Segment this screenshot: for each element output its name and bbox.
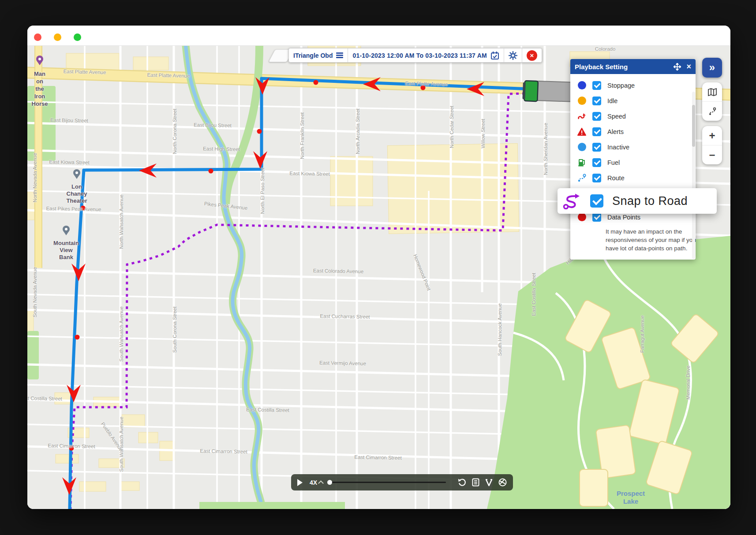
alert-triangle-icon	[576, 128, 587, 136]
top-toolbar: ITriangle Obd 01-10-2023 12:00 AM To 03-…	[288, 48, 542, 63]
gear-icon[interactable]	[509, 51, 517, 60]
route-icon	[708, 107, 717, 116]
minus-icon: −	[709, 149, 715, 161]
document-icon	[472, 478, 479, 487]
close-playback-button[interactable]: ×	[522, 48, 542, 62]
route-data-point[interactable]	[421, 85, 426, 90]
row-idle: Idle	[570, 93, 696, 108]
v-marker-icon	[485, 479, 493, 487]
data-points-checkbox[interactable]	[592, 213, 601, 222]
panel-close-icon[interactable]: ×	[686, 62, 691, 71]
trip-summary-button[interactable]	[472, 478, 479, 487]
inactive-label: Inactive	[607, 144, 629, 151]
row-route: Route	[570, 170, 696, 186]
close-window-button[interactable]	[34, 33, 41, 41]
replay-button[interactable]	[458, 478, 466, 487]
route-data-point[interactable]	[257, 129, 262, 134]
playback-setting-panel: Playback Setting × Stoppage Idle	[570, 59, 696, 260]
maximize-window-button[interactable]	[74, 33, 81, 41]
follow-vehicle-button[interactable]	[485, 479, 493, 487]
speed-value: 4X	[310, 479, 317, 486]
route-data-point[interactable]	[209, 169, 213, 174]
data-points-circle-icon	[576, 213, 587, 221]
route-data-point[interactable]	[81, 206, 86, 211]
snap-to-road-callout: Snap to Road	[558, 188, 717, 214]
row-stoppage: Stoppage	[570, 78, 696, 93]
slider-knob[interactable]	[327, 480, 332, 485]
idle-checkbox[interactable]	[592, 97, 601, 105]
device-name: ITriangle Obd	[293, 52, 333, 59]
speed-curve-icon	[576, 112, 587, 120]
playback-slider[interactable]	[327, 474, 446, 490]
inactive-checkbox[interactable]	[592, 143, 601, 152]
alerts-label: Alerts	[607, 128, 624, 135]
vehicle-truck-icon[interactable]	[522, 81, 572, 103]
panel-body: Stoppage Idle Speed	[570, 74, 696, 260]
route-data-point[interactable]	[75, 335, 80, 340]
stoppage-label: Stoppage	[607, 82, 635, 89]
fuel-pump-icon	[576, 158, 587, 167]
route-data-point[interactable]	[69, 446, 74, 451]
date-range-text: 01-10-2023 12:00 AM To 03-10-2023 11:37 …	[352, 52, 487, 59]
inactive-circle-icon	[576, 143, 587, 151]
route-path-icon	[576, 174, 587, 182]
desktop: { "toolbar": { "device_name": "ITriangle…	[0, 0, 756, 535]
minimize-window-button[interactable]	[54, 33, 61, 41]
replay-icon	[458, 478, 466, 487]
settings-button[interactable]	[504, 48, 522, 62]
slider-track[interactable]	[331, 482, 446, 483]
plus-icon: +	[709, 130, 715, 142]
double-chevron-right-icon: »	[709, 61, 715, 73]
date-range-selector[interactable]: 01-10-2023 12:00 AM To 03-10-2023 11:37 …	[348, 48, 504, 62]
row-speed: Speed	[570, 108, 696, 124]
zoom-in-button[interactable]: +	[702, 126, 722, 145]
speed-label: Speed	[607, 113, 626, 120]
data-points-label: Data Points	[607, 214, 640, 221]
move-icon[interactable]	[674, 63, 681, 71]
stoppage-circle-icon	[576, 81, 587, 89]
map-type-button[interactable]	[702, 82, 722, 102]
snap-to-road-label: Snap to Road	[612, 194, 688, 208]
route-checkbox[interactable]	[592, 174, 601, 182]
zoom-out-button[interactable]: −	[702, 145, 722, 164]
play-button[interactable]	[297, 479, 303, 486]
device-selector[interactable]: ITriangle Obd	[289, 48, 348, 62]
data-points-description: It may have an impact on the responsiven…	[606, 227, 700, 253]
map-icon	[707, 88, 717, 97]
speed-checkbox[interactable]	[592, 112, 601, 121]
poi-marker-dot	[38, 58, 41, 60]
route-data-point[interactable]	[314, 80, 318, 85]
playback-control-bar: 4X	[291, 474, 513, 490]
fuel-label: Fuel	[607, 159, 620, 166]
route-overview-button[interactable]	[702, 102, 722, 121]
row-fuel: Fuel	[570, 155, 696, 170]
earth-view-button[interactable]	[498, 478, 507, 487]
row-inactive: Inactive	[570, 139, 696, 155]
snap-route-icon	[563, 193, 583, 209]
globe-icon	[498, 478, 507, 487]
device-list-icon[interactable]	[336, 52, 343, 59]
speed-chevron-icon	[318, 480, 324, 486]
poi-marker-dot	[65, 228, 67, 230]
alerts-checkbox[interactable]	[592, 127, 601, 136]
snap-to-road-checkbox[interactable]	[590, 194, 603, 208]
close-icon[interactable]: ×	[527, 50, 537, 61]
window-titlebar	[27, 26, 730, 46]
idle-circle-icon	[576, 97, 587, 105]
idle-label: Idle	[607, 97, 618, 104]
app-window: East Platte AvenueEast Platte AvenueEast…	[27, 26, 730, 509]
panel-header[interactable]: Playback Setting ×	[570, 59, 696, 74]
fuel-checkbox[interactable]	[592, 158, 601, 167]
calendar-icon[interactable]	[490, 51, 499, 60]
stoppage-checkbox[interactable]	[592, 81, 601, 90]
route-label: Route	[607, 175, 625, 182]
row-alerts: Alerts	[570, 124, 696, 139]
playback-speed-control[interactable]: 4X	[310, 479, 323, 486]
map-mode-controls	[702, 82, 722, 121]
zoom-controls: + −	[702, 126, 722, 164]
panel-scrollbar[interactable]	[692, 92, 695, 259]
panel-title: Playback Setting	[575, 63, 668, 71]
poi-marker-dot	[75, 171, 78, 174]
collapse-panel-button[interactable]: »	[702, 58, 722, 78]
